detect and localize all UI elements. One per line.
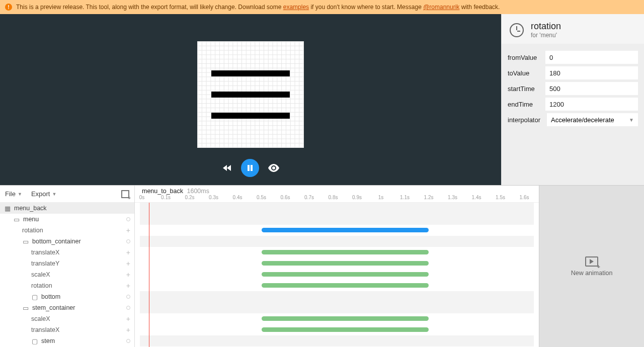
layer-row[interactable]: translateX+ bbox=[0, 324, 134, 335]
track-row[interactable] bbox=[140, 236, 534, 247]
tick-label: 0.1s bbox=[161, 195, 171, 200]
timeline-segment[interactable] bbox=[262, 283, 429, 288]
layer-row[interactable]: ▢bottom bbox=[0, 291, 134, 302]
tick-label: 1.6s bbox=[520, 195, 529, 200]
chevron-down-icon: ▼ bbox=[18, 192, 22, 197]
export-menu[interactable]: Export ▼ bbox=[31, 190, 57, 198]
canvas-area bbox=[0, 14, 501, 185]
tick-label: 0.4s bbox=[233, 195, 243, 200]
tick-label: 0s bbox=[139, 195, 145, 200]
preview-banner: ! This is a preview release. This tool, … bbox=[0, 0, 644, 14]
new-animation-panel: New animation bbox=[539, 186, 644, 347]
add-keyframe-button[interactable]: + bbox=[126, 248, 130, 256]
interpolator-label: interpolator bbox=[508, 116, 547, 124]
export-menu-label: Export bbox=[31, 190, 50, 198]
layer-label: translateX bbox=[31, 249, 59, 256]
folder-icon: ▭ bbox=[13, 216, 20, 223]
layer-row[interactable]: ▭bottom_container bbox=[0, 236, 134, 247]
timeline-ruler[interactable]: 0s0.1s0.2s0.3s0.4s0.5s0.6s0.7s0.8s0.9s1s… bbox=[135, 195, 539, 202]
layer-row[interactable]: rotation+ bbox=[0, 225, 134, 236]
sq-icon: ▢ bbox=[31, 293, 38, 301]
layer-options-button[interactable] bbox=[126, 239, 130, 243]
tick-label: 0.6s bbox=[281, 195, 290, 200]
tovalue-input[interactable] bbox=[545, 66, 638, 79]
layers-menubar: File ▼ Export ▼ bbox=[0, 186, 134, 203]
layer-label: translateY bbox=[31, 260, 59, 267]
timeline-segment[interactable] bbox=[262, 327, 429, 332]
layer-row[interactable]: translateX+ bbox=[0, 247, 134, 258]
animation-name: menu_to_back bbox=[142, 188, 183, 195]
tick-label: 1.4s bbox=[472, 195, 481, 200]
layer-label: stem_container bbox=[32, 304, 75, 311]
layer-row[interactable]: ▢stem bbox=[0, 335, 134, 346]
playback-controls bbox=[222, 159, 279, 177]
info-icon: ! bbox=[5, 4, 12, 11]
track-row[interactable] bbox=[140, 335, 534, 346]
playhead[interactable] bbox=[149, 203, 149, 347]
new-animation-icon[interactable] bbox=[585, 256, 598, 267]
tick-label: 1.5s bbox=[496, 195, 505, 200]
layer-label: stem bbox=[41, 337, 55, 344]
tick-label: 1s bbox=[378, 195, 384, 200]
banner-text: if you don't know where to start. Messag… bbox=[310, 4, 423, 11]
track-row[interactable] bbox=[140, 302, 534, 313]
tick-label: 1.3s bbox=[448, 195, 457, 200]
add-keyframe-button[interactable]: + bbox=[126, 259, 130, 268]
layer-options-button[interactable] bbox=[126, 339, 130, 343]
layer-row[interactable]: scaleX+ bbox=[0, 269, 134, 280]
layer-list: ▦menu_back▭menurotation+▭bottom_containe… bbox=[0, 203, 134, 347]
layer-label: menu_back bbox=[14, 205, 47, 212]
layer-options-button[interactable] bbox=[126, 217, 130, 221]
folder-icon: ▭ bbox=[22, 238, 29, 245]
layer-row[interactable]: ▭menu bbox=[0, 214, 134, 225]
pause-button[interactable] bbox=[241, 159, 259, 177]
feedback-handle-link[interactable]: @romannurik bbox=[423, 4, 459, 11]
track-row[interactable] bbox=[140, 203, 534, 214]
track-row[interactable] bbox=[140, 291, 534, 302]
track-row[interactable] bbox=[140, 214, 534, 225]
timeline-segment[interactable] bbox=[262, 316, 429, 321]
layer-label: scaleX bbox=[31, 315, 50, 322]
starttime-input[interactable] bbox=[545, 82, 638, 95]
layer-options-button[interactable] bbox=[126, 295, 130, 299]
timeline-panel: menu_to_back 1600ms 0s0.1s0.2s0.3s0.4s0.… bbox=[135, 186, 539, 347]
timeline-segment[interactable] bbox=[262, 250, 429, 254]
property-title: rotation bbox=[531, 21, 561, 32]
add-keyframe-button[interactable]: + bbox=[126, 226, 130, 234]
svg-rect-1 bbox=[251, 165, 253, 171]
add-layer-button[interactable] bbox=[121, 190, 129, 198]
add-keyframe-button[interactable]: + bbox=[126, 271, 130, 279]
add-keyframe-button[interactable]: + bbox=[126, 315, 130, 323]
layer-label: menu bbox=[23, 216, 39, 223]
layer-label: rotation bbox=[31, 282, 52, 289]
layer-label: bottom_container bbox=[32, 238, 81, 245]
properties-panel: rotation for 'menu' fromValue toValue st… bbox=[501, 14, 644, 185]
examples-link[interactable]: examples bbox=[283, 4, 309, 11]
layer-row[interactable]: rotation+ bbox=[0, 280, 134, 291]
timeline-tracks[interactable] bbox=[135, 203, 539, 347]
svg-rect-0 bbox=[248, 165, 250, 171]
timeline-segment[interactable] bbox=[262, 261, 429, 266]
layer-row[interactable]: ▦menu_back bbox=[0, 203, 134, 214]
rewind-button[interactable] bbox=[222, 164, 232, 172]
file-menu[interactable]: File ▼ bbox=[5, 190, 22, 198]
fromvalue-input[interactable] bbox=[545, 51, 638, 64]
visibility-toggle[interactable] bbox=[268, 164, 279, 172]
img-icon: ▦ bbox=[4, 205, 11, 212]
interpolator-select[interactable]: Accelerate/decelerate ▼ bbox=[547, 113, 638, 126]
timeline-segment[interactable] bbox=[262, 272, 429, 277]
layer-row[interactable]: scaleX+ bbox=[0, 313, 134, 324]
layer-row[interactable]: ▭stem_container bbox=[0, 302, 134, 313]
add-keyframe-button[interactable]: + bbox=[126, 282, 130, 290]
new-animation-button[interactable]: New animation bbox=[571, 270, 613, 277]
tick-label: 0.7s bbox=[304, 195, 314, 200]
timeline-segment[interactable] bbox=[262, 228, 429, 232]
canvas-preview[interactable] bbox=[197, 41, 304, 148]
add-keyframe-button[interactable]: + bbox=[126, 326, 130, 334]
endtime-label: endTime bbox=[508, 101, 545, 108]
endtime-input[interactable] bbox=[545, 98, 638, 111]
layer-row[interactable]: translateY+ bbox=[0, 258, 134, 269]
layer-options-button[interactable] bbox=[126, 306, 130, 310]
fromvalue-label: fromValue bbox=[508, 54, 545, 61]
chevron-down-icon: ▼ bbox=[52, 192, 56, 197]
